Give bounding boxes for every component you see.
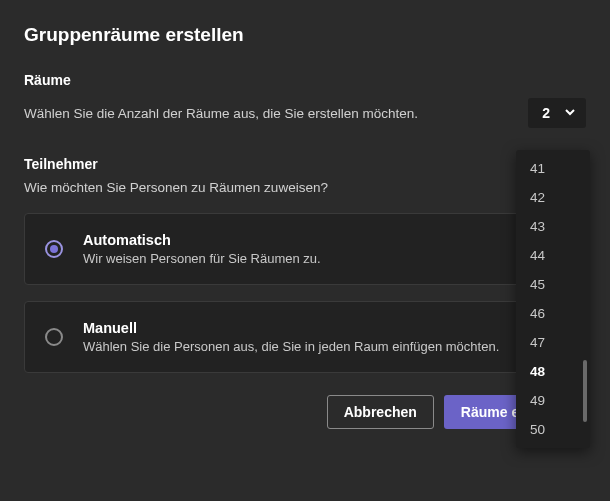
dropdown-option[interactable]: 50 bbox=[516, 415, 590, 444]
rooms-section: Räume Wählen Sie die Anzahl der Räume au… bbox=[24, 72, 586, 128]
radio-automatic[interactable] bbox=[45, 240, 63, 258]
dropdown-scrollbar[interactable] bbox=[583, 360, 587, 422]
rooms-label: Räume bbox=[24, 72, 586, 88]
chevron-down-icon bbox=[564, 105, 576, 121]
participants-label: Teilnehmer bbox=[24, 156, 586, 172]
rooms-description: Wählen Sie die Anzahl der Räume aus, die… bbox=[24, 106, 418, 121]
option-automatic[interactable]: Automatisch Wir weisen Personen für Sie … bbox=[24, 213, 586, 285]
option-manual[interactable]: Manuell Wählen Sie die Personen aus, die… bbox=[24, 301, 586, 373]
dropdown-option[interactable]: 43 bbox=[516, 212, 590, 241]
room-count-value: 2 bbox=[542, 105, 550, 121]
dropdown-option[interactable]: 48 bbox=[516, 357, 590, 386]
dropdown-option[interactable]: 46 bbox=[516, 299, 590, 328]
dialog-title: Gruppenräume erstellen bbox=[24, 24, 586, 46]
option-manual-title: Manuell bbox=[83, 320, 499, 336]
dropdown-option[interactable]: 42 bbox=[516, 183, 590, 212]
dropdown-option[interactable]: 44 bbox=[516, 241, 590, 270]
room-count-dropdown[interactable]: 41424344454647484950 bbox=[516, 150, 590, 448]
option-automatic-title: Automatisch bbox=[83, 232, 321, 248]
dropdown-option[interactable]: 49 bbox=[516, 386, 590, 415]
participants-section: Teilnehmer Wie möchten Sie Personen zu R… bbox=[24, 156, 586, 195]
option-manual-desc: Wählen Sie die Personen aus, die Sie in … bbox=[83, 339, 499, 354]
room-count-select[interactable]: 2 bbox=[528, 98, 586, 128]
cancel-button[interactable]: Abbrechen bbox=[327, 395, 434, 429]
dropdown-option[interactable]: 47 bbox=[516, 328, 590, 357]
dialog-footer: Abbrechen Räume erstellen bbox=[24, 395, 586, 429]
option-automatic-desc: Wir weisen Personen für Sie Räumen zu. bbox=[83, 251, 321, 266]
participants-description: Wie möchten Sie Personen zu Räumen zuwei… bbox=[24, 180, 586, 195]
dropdown-option[interactable]: 41 bbox=[516, 154, 590, 183]
dropdown-option[interactable]: 45 bbox=[516, 270, 590, 299]
radio-manual[interactable] bbox=[45, 328, 63, 346]
